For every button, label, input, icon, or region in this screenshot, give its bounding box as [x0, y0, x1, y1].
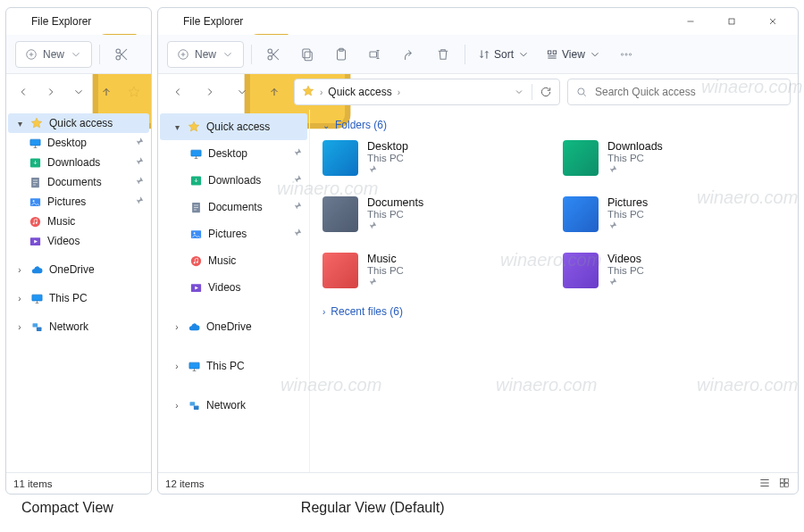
address-bar[interactable]: › Quick access›: [294, 79, 560, 105]
chevron-right-icon: ›: [322, 307, 325, 317]
nav-up[interactable]: [96, 79, 116, 104]
paste-button[interactable]: [327, 41, 356, 68]
documents-icon: [188, 200, 203, 214]
breadcrumb[interactable]: Quick access›: [328, 86, 400, 98]
view-icon: [546, 48, 558, 61]
label: Quick access: [49, 117, 113, 129]
pictures-icon: [28, 195, 42, 209]
tree-item-pictures[interactable]: Pictures: [8, 192, 149, 212]
cut-button[interactable]: [259, 41, 288, 68]
folder-tile[interactable]: Pictures This PC: [563, 196, 794, 233]
copy-button[interactable]: [293, 41, 322, 68]
nav-recent[interactable]: [69, 79, 89, 104]
group-folders-header[interactable]: ⌄Folders (6): [322, 119, 794, 131]
pin-icon: [607, 164, 663, 177]
chevron-down-icon: ▾: [172, 122, 181, 132]
chevron-down-icon[interactable]: [514, 87, 524, 97]
nav-forward[interactable]: [197, 79, 222, 104]
more-button[interactable]: [612, 41, 641, 68]
share-button[interactable]: [395, 41, 423, 68]
pin-icon: [367, 277, 404, 289]
folder-icon: [322, 253, 358, 288]
folder-icon: [563, 140, 599, 176]
chevron-down-icon: [517, 48, 530, 61]
tree-onedrive[interactable]: ›OneDrive: [8, 260, 149, 279]
new-button[interactable]: New: [167, 41, 244, 68]
tree-item-downloads[interactable]: Downloads: [8, 153, 149, 172]
chevron-down-icon: ▾: [15, 119, 24, 129]
tree-this-pc[interactable]: ›This PC: [8, 288, 149, 308]
new-label: New: [43, 48, 64, 61]
new-button[interactable]: New: [15, 41, 92, 68]
tree-item-videos[interactable]: Videos: [160, 274, 307, 301]
tree-quick-access[interactable]: ▾ Quick access: [160, 113, 307, 140]
tree-quick-access[interactable]: ▾ Quick access: [8, 113, 149, 133]
rename-button[interactable]: [361, 41, 389, 68]
tree-item-desktop[interactable]: Desktop: [8, 133, 149, 153]
maximize-button[interactable]: [712, 9, 751, 34]
folder-icon: [563, 253, 599, 288]
details-view-button[interactable]: [758, 477, 771, 491]
tree-item-videos[interactable]: Videos: [8, 231, 149, 251]
pictures-icon: [188, 227, 203, 241]
search-input[interactable]: [595, 86, 783, 98]
folder-tile[interactable]: Documents This PC: [322, 196, 554, 233]
close-button[interactable]: [753, 9, 792, 34]
folder-name: Videos: [607, 253, 644, 265]
folder-name: Music: [367, 253, 404, 265]
nav-back[interactable]: [13, 79, 34, 104]
minimize-button[interactable]: [671, 9, 710, 34]
tree-item-desktop[interactable]: Desktop: [160, 140, 307, 167]
tree-item-music[interactable]: Music: [160, 247, 307, 274]
tree-network[interactable]: ›Network: [160, 392, 307, 419]
nav-forward[interactable]: [41, 79, 62, 104]
nav-back[interactable]: [165, 79, 190, 104]
star-icon: [187, 120, 201, 134]
nav-recent[interactable]: [230, 79, 255, 104]
group-recent-header[interactable]: ›Recent files (6): [322, 305, 794, 318]
chevron-right-icon: ›: [172, 362, 181, 371]
folder-icon: [322, 196, 358, 232]
pin-icon: [134, 137, 144, 149]
folder-location: This PC: [607, 265, 644, 276]
window-title: File Explorer: [183, 15, 671, 28]
tree-network[interactable]: ›Network: [8, 317, 149, 337]
titlebar[interactable]: File Explorer: [6, 8, 151, 35]
folder-location: This PC: [367, 265, 404, 276]
folder-name: Desktop: [367, 140, 408, 153]
pin-icon: [607, 220, 648, 233]
tree-this-pc[interactable]: ›This PC: [160, 353, 307, 379]
star-icon: [302, 85, 314, 100]
nav-tree: ▾ Quick access Desktop Downloads Documen…: [158, 110, 310, 472]
cut-button[interactable]: [107, 41, 136, 68]
pin-icon: [292, 201, 302, 213]
chevron-right-icon: ›: [15, 294, 24, 303]
titlebar[interactable]: File Explorer: [158, 8, 798, 35]
tiles-view-button[interactable]: [778, 477, 791, 491]
tree-item-documents[interactable]: Documents: [160, 194, 307, 220]
tree-item-pictures[interactable]: Pictures: [160, 220, 307, 247]
tree-item-documents[interactable]: Documents: [8, 172, 149, 192]
tree-item-music[interactable]: Music: [8, 212, 149, 231]
folder-tile[interactable]: Downloads This PC: [563, 140, 794, 177]
tree-onedrive[interactable]: ›OneDrive: [160, 313, 307, 340]
refresh-button[interactable]: [540, 86, 552, 98]
folder-tile[interactable]: Desktop This PC: [322, 140, 554, 177]
sort-button[interactable]: Sort: [473, 41, 535, 68]
chevron-right-icon: ›: [320, 87, 322, 97]
videos-icon: [28, 234, 42, 248]
desktop-icon: [28, 136, 42, 150]
nav-up[interactable]: [262, 79, 287, 104]
chevron-down-icon: [70, 48, 82, 61]
delete-button[interactable]: [429, 41, 457, 68]
pin-icon: [292, 174, 302, 187]
downloads-icon: [28, 155, 42, 170]
tree-item-downloads[interactable]: Downloads: [160, 167, 307, 194]
pin-icon: [367, 164, 408, 177]
folder-tile[interactable]: Videos This PC: [563, 253, 794, 289]
folder-tile[interactable]: Music This PC: [322, 253, 554, 289]
pin-icon: [134, 176, 144, 188]
view-button[interactable]: View: [540, 41, 607, 68]
search-box[interactable]: [567, 79, 791, 105]
chevron-right-icon: ›: [172, 401, 181, 411]
